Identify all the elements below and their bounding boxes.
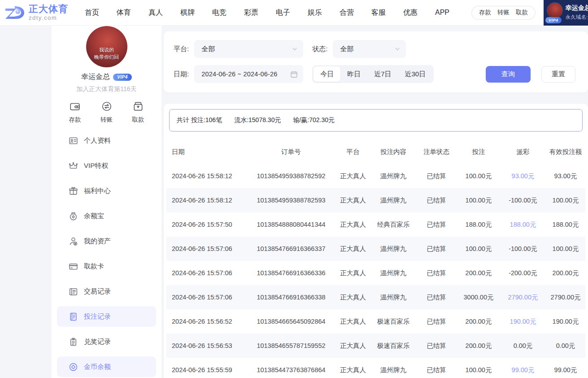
summary-item: 共计 投注:106笔 [177,116,222,124]
nav-item[interactable]: 娱乐 [308,8,322,18]
nav-item[interactable]: 电竞 [212,8,226,18]
table-cell-注单状态: 已结算 [416,172,457,180]
table-cell-平台: 正大真人 [335,220,371,229]
wallet-action[interactable]: 取款 [516,9,528,17]
join-days-text: 加入正大体育第116天 [52,85,161,93]
sidebar-item-金币余额[interactable]: 金币余额 [57,356,156,377]
sidebar-item-我的资产[interactable]: 我的资产 [57,231,156,251]
platform-select-value: 全部 [201,45,292,53]
table-cell-投注内容: 温州牌九 [371,269,416,277]
sidebar-item-福利中心[interactable]: 福利中心 [57,180,156,201]
table-row: 2024-06-26 15:56:531013854655787159552正大… [166,334,585,358]
wallet-action[interactable]: 转账 [497,9,510,17]
table-cell-投注: 200.00元 [457,317,500,326]
table-cell-投注内容: 温州牌九 [371,293,416,302]
table-cell-订单号: 1013854766916366338 [247,294,335,301]
table-cell-有效投注额: 200.00元 [546,269,585,277]
nav-item[interactable]: 真人 [148,8,163,18]
main-content: 平台: 全部 状态: 全部 日期: 2024-06 [164,26,588,378]
table-cell-投注内容: 极速百家乐 [371,317,416,326]
table-cell-平台: 正大真人 [335,196,371,205]
quick-action-存款[interactable]: 存款 [64,101,86,124]
table-cell-有效投注额: 100.00元 [546,245,585,253]
wallet-action[interactable]: 存款 [479,9,491,17]
table-cell-日期: 2024-06-26 15:57:06 [166,294,247,301]
range-昨日[interactable]: 昨日 [340,66,367,82]
reset-button[interactable]: 重置 [541,66,575,83]
table-cell-订单号: 1013854766916366337 [247,245,335,252]
table-cell-订单号: 1013854959388782593 [247,197,335,204]
sidebar-item-投注记录[interactable]: 投注记录 [57,306,156,327]
table-cell-注单状态: 已结算 [416,196,457,205]
summary-box: 共计 投注:106笔流水:15078.30元输/赢:702.30元 [169,109,583,132]
bet-records-icon [69,312,78,321]
brand-logo[interactable]: 正大体育 zdty.com [0,4,83,21]
range-近30日[interactable]: 近30日 [398,66,433,82]
nav-item[interactable]: APP [435,9,449,17]
nav-item[interactable]: 电子 [276,8,290,18]
sidebar-item-余额宝[interactable]: 余额宝 [57,206,156,226]
sidebar-item-取款卡[interactable]: 取款卡 [57,256,156,277]
filter-card: 平台: 全部 状态: 全部 日期: 2024-06 [164,31,588,92]
table-cell-平台: 正大真人 [335,293,371,302]
platform-select[interactable]: 全部 [194,40,303,58]
assets-icon [69,237,78,246]
table-row: 2024-06-26 15:56:521013854665645092864正大… [166,309,585,334]
user-corner[interactable]: VIP4 幸运金总 永久域名: [544,0,588,26]
sidebar: 我说的 晚带你们回 幸运金总 VIP4 加入正大体育第116天 存款 转账 取款… [52,26,161,378]
table-cell-有效投注额: 99.00元 [546,366,585,374]
transfer-icon [101,101,113,114]
table-cell-平台: 正大真人 [335,317,371,326]
nav-item[interactable]: 客服 [371,8,386,18]
sidebar-item-label: 金币余额 [84,363,111,371]
date-quick-ranges: 今日昨日近7日近30日 [312,65,434,83]
table-cell-派彩: 2790.00元 [500,293,546,302]
table-cell-日期: 2024-06-26 15:58:12 [166,172,247,180]
query-button[interactable]: 查询 [486,66,531,83]
table-cell-投注内容: 极速百家乐 [371,342,416,350]
status-select[interactable]: 全部 [333,40,406,58]
table-cell-订单号: 1013854665645092864 [247,318,335,325]
quick-actions: 存款 转账 取款 [52,101,161,124]
table-cell-投注内容: 温州牌九 [371,172,416,180]
top-bar: 正大体育 zdty.com 首页体育真人棋牌电竞彩票电子娱乐合营客服优惠APP … [0,0,588,26]
sidebar-item-label: VIP特权 [84,162,108,170]
quick-action-转账[interactable]: 转账 [96,101,118,124]
table-cell-派彩: 188.00元 [500,220,546,229]
range-近7日[interactable]: 近7日 [367,66,398,82]
sidebar-item-个人资料[interactable]: 个人资料 [57,130,156,151]
sidebar-item-兑奖记录[interactable]: 兑奖记录 [57,331,156,352]
nav-item[interactable]: 体育 [117,8,131,18]
nav-item[interactable]: 首页 [85,8,99,18]
table-cell-有效投注额: 0.00元 [546,342,585,350]
date-range-input[interactable]: 2024-06-26 ~ 2024-06-26 [194,65,303,83]
table-cell-注单状态: 已结算 [416,317,457,326]
nav-item[interactable]: 优惠 [403,8,418,18]
table-cell-投注内容: 经典百家乐 [371,220,416,229]
nav-item[interactable]: 棋牌 [180,8,195,18]
table-cell-日期: 2024-06-26 15:57:50 [166,221,247,228]
nav-item[interactable]: 彩票 [244,8,258,18]
table-cell-派彩: -100.00元 [500,245,546,253]
wallet-actions-pill: 存款转账取款 [471,6,536,20]
nav-item[interactable]: 合营 [340,8,354,18]
platform-label: 平台: [174,45,189,53]
sidebar-item-label: 兑奖记录 [84,338,111,346]
brand-title: 正大体育 [29,4,68,14]
table-cell-派彩: 99.00元 [500,366,546,374]
table-cell-派彩: -200.00元 [500,269,546,277]
sidebar-item-交易记录[interactable]: 交易记录 [57,281,156,302]
sidebar-item-VIP特权[interactable]: VIP特权 [57,155,156,176]
sidebar-item-label: 交易记录 [84,287,111,296]
coin-balance-icon [69,362,78,372]
profile-avatar[interactable]: 我说的 晚带你们回 [86,26,127,67]
table-cell-投注: 200.00元 [457,269,500,277]
table-row: 2024-06-26 15:58:121013854959388782592正大… [166,164,585,188]
table-row: 2024-06-26 15:58:121013854959388782593正大… [166,188,585,212]
status-select-value: 全部 [340,45,394,53]
vip-crown-icon [69,161,78,171]
column-header: 派彩 [500,148,546,156]
profile-icon [69,136,78,145]
range-今日[interactable]: 今日 [314,66,340,82]
quick-action-取款[interactable]: 取款 [127,101,149,124]
